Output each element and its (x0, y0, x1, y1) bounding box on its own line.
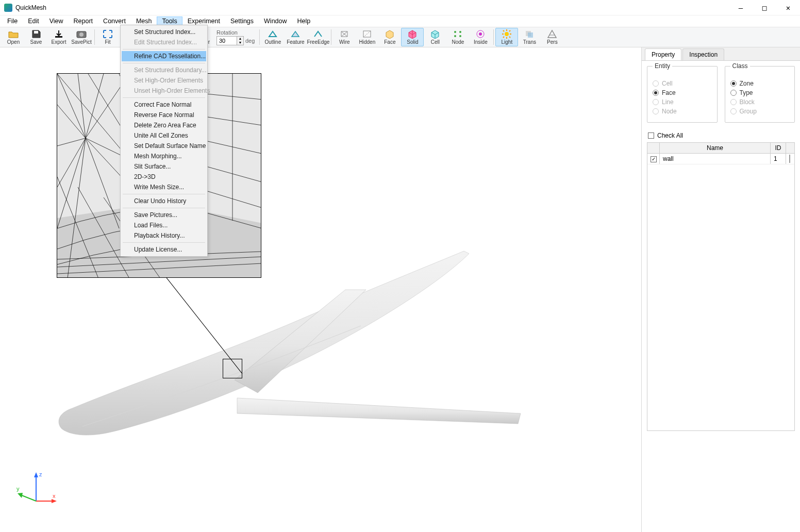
radio-icon (653, 108, 659, 114)
window-maximize-button[interactable]: □ (753, 0, 776, 15)
entity-option-cell: Cell (653, 80, 712, 87)
rotation-input[interactable] (216, 36, 237, 45)
inside-icon (475, 29, 486, 39)
tools-menu-item[interactable]: Write Mesh Size... (122, 182, 206, 192)
toolbar-savepict-button[interactable]: SavePict (70, 28, 93, 46)
tools-menu-item[interactable]: Slit Surface... (122, 161, 206, 172)
entity-option-face[interactable]: Face (653, 89, 712, 96)
tools-menu-item[interactable]: Unite All Cell Zones (122, 130, 206, 141)
toolbar-freeedge-button[interactable]: FreeEdge (307, 28, 329, 46)
tools-menu-item[interactable]: Mesh Morphing... (122, 151, 206, 161)
export-icon (53, 29, 64, 39)
class-option-type[interactable]: Type (730, 89, 790, 96)
toolbar-pers-button[interactable]: Pers (541, 28, 563, 46)
tools-menu-dropdown[interactable]: Set Structured Index...Edit Structured I… (120, 25, 208, 257)
viewport-3d[interactable]: z x y (0, 47, 641, 532)
trans-icon (524, 29, 535, 39)
tools-menu-item[interactable]: Reverse Face Normal (122, 110, 206, 120)
row-color-swatch[interactable] (789, 155, 790, 163)
tools-menu-item[interactable]: Save Pictures... (122, 210, 206, 220)
tab-property[interactable]: Property (645, 48, 681, 60)
tools-menu-item[interactable]: Delete Zero Area Face (122, 120, 206, 130)
toolbar-feature-button[interactable]: Feature (284, 28, 307, 46)
tools-menu-item[interactable]: Set Default Surface Name (122, 141, 206, 151)
rotation-spinner[interactable]: ▲▼ (237, 36, 244, 45)
window-minimize-button[interactable]: — (729, 0, 753, 15)
freeedge-icon (312, 29, 324, 39)
titlebar: QuickMesh — □ ✕ (0, 0, 800, 15)
toolbar-open-button[interactable]: Open (2, 28, 25, 46)
table-header-id[interactable]: ID (771, 143, 786, 153)
toolbar-solid-button[interactable]: Solid (401, 28, 424, 46)
radio-icon (653, 99, 659, 105)
tools-menu-item[interactable]: Correct Face Normal (122, 99, 206, 110)
toolbar-light-button[interactable]: Light (495, 28, 518, 46)
wire-icon (339, 29, 350, 39)
svg-point-14 (454, 31, 456, 33)
menu-file[interactable]: File (2, 16, 23, 26)
tools-menu-item[interactable]: 2D->3D (122, 172, 206, 182)
check-all-checkbox[interactable] (648, 132, 654, 139)
tools-menu-item[interactable]: Load Files... (122, 220, 206, 230)
check-all-row[interactable]: Check All (648, 132, 795, 139)
menu-edit[interactable]: Edit (23, 16, 44, 26)
toolbar-trans-button[interactable]: Trans (518, 28, 541, 46)
svg-marker-69 (34, 472, 38, 477)
right-panel-tabs: PropertyInspection (642, 47, 800, 61)
toolbar-wire-button[interactable]: Wire (333, 28, 356, 46)
toolbar-export-button[interactable]: Export (47, 28, 70, 46)
tools-menu-item[interactable]: Set Structured Index... (122, 27, 206, 37)
entity-group: Entity CellFaceLineNode (647, 66, 718, 123)
svg-line-32 (165, 276, 242, 374)
toolbar-hidden-button[interactable]: Hidden (356, 28, 378, 46)
pers-icon (546, 29, 558, 39)
class-option-zone[interactable]: Zone (730, 80, 790, 87)
row-checkbox[interactable]: ✓ (651, 156, 657, 162)
tools-menu-item[interactable]: Refine CAD Tessellation... (122, 51, 206, 61)
solid-icon (407, 29, 418, 39)
table-header-name[interactable]: Name (660, 143, 771, 153)
savepict-icon (76, 29, 87, 39)
radio-icon (730, 90, 737, 96)
axis-triad: z x y (15, 470, 57, 511)
menu-settings[interactable]: Settings (225, 16, 259, 26)
menu-view[interactable]: View (44, 16, 69, 26)
check-all-label: Check All (657, 132, 683, 139)
svg-rect-0 (34, 31, 38, 34)
toolbar-face-button[interactable]: Face (378, 28, 401, 46)
row-id: 1 (771, 154, 786, 164)
class-option-block: Block (730, 98, 790, 106)
radio-icon (653, 80, 659, 87)
svg-line-28 (503, 37, 504, 38)
menu-report[interactable]: Report (69, 16, 98, 26)
app-title: QuickMesh (15, 4, 46, 11)
svg-point-16 (454, 35, 456, 37)
svg-text:y: y (16, 486, 20, 492)
window-close-button[interactable]: ✕ (776, 0, 800, 15)
tab-inspection[interactable]: Inspection (682, 48, 724, 60)
cell-icon (429, 29, 441, 39)
radio-icon (730, 99, 737, 105)
svg-rect-30 (528, 32, 533, 38)
menu-help[interactable]: Help (292, 16, 316, 26)
toolbar-inside-button[interactable]: Inside (469, 28, 492, 46)
tools-menu-item[interactable]: Clear Undo History (122, 196, 206, 206)
toolbar-save-button[interactable]: Save (25, 28, 47, 46)
toolbar-outline-button[interactable]: Outline (261, 28, 284, 46)
node-icon (452, 29, 463, 39)
svg-line-26 (509, 37, 510, 38)
class-group: Class ZoneTypeBlockGroup (725, 66, 795, 123)
toolbar-node-button[interactable]: Node (446, 28, 469, 46)
menu-window[interactable]: Window (259, 16, 292, 26)
tools-menu-item[interactable]: Playback History... (122, 230, 206, 241)
table-row[interactable]: ✓wall1 (647, 154, 794, 164)
svg-point-15 (459, 31, 461, 33)
toolbar-fit-button[interactable]: Fit (96, 28, 119, 46)
svg-text:x: x (53, 493, 56, 499)
zone-table: Name ID ✓wall1 (647, 142, 795, 431)
toolbar-cell-button[interactable]: Cell (424, 28, 446, 46)
right-panel: PropertyInspection Entity CellFaceLineNo… (641, 47, 800, 532)
svg-line-27 (509, 30, 510, 31)
feature-icon (290, 29, 301, 39)
tools-menu-item[interactable]: Update License... (122, 244, 206, 255)
